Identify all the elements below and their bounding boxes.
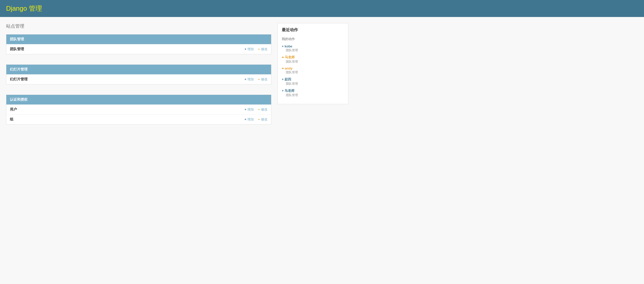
action-item-3: 赵四 团队管理: [282, 77, 344, 86]
action-name-0[interactable]: kobe: [282, 44, 344, 48]
user-row: 用户 增加 修改: [6, 104, 271, 114]
user-change-button[interactable]: 修改: [258, 107, 268, 112]
main-content: 站点管理 团队管理 团队管理 增加 修改 幻灯片管理 幻灯片管理 增加 修改: [6, 23, 271, 130]
module-auth-header: 认证和授权: [6, 95, 271, 104]
team-row: 团队管理 增加 修改: [6, 44, 271, 54]
recent-actions-panel: 最近动作 我的动作 kobe 团队管理 马老师 团队管理 andy 团队管理 赵…: [277, 23, 348, 104]
team-change-button[interactable]: 修改: [258, 47, 268, 51]
group-actions: 增加 修改: [245, 117, 268, 122]
action-name-2[interactable]: andy: [282, 66, 344, 70]
action-item-0: kobe 团队管理: [282, 44, 344, 52]
action-item-4: 马老师 团队管理: [282, 88, 344, 97]
page-title: 站点管理: [6, 23, 271, 29]
action-item-2: andy 团队管理: [282, 66, 344, 75]
action-category-0: 团队管理: [286, 48, 344, 52]
action-name-4[interactable]: 马老师: [282, 88, 344, 93]
group-add-button[interactable]: 增加: [245, 117, 254, 122]
site-title: Django 管理: [6, 4, 638, 13]
header: Django 管理: [0, 0, 644, 17]
slideshow-actions: 增加 修改: [245, 77, 268, 82]
module-slideshow: 幻灯片管理 幻灯片管理 增加 修改: [6, 64, 271, 84]
module-team: 团队管理 团队管理 增加 修改: [6, 34, 271, 54]
group-row: 组 增加 修改: [6, 114, 271, 124]
team-label: 团队管理: [10, 47, 245, 51]
action-name-3[interactable]: 赵四: [282, 77, 344, 82]
slideshow-change-button[interactable]: 修改: [258, 77, 268, 82]
sidebar: 最近动作 我的动作 kobe 团队管理 马老师 团队管理 andy 团队管理 赵…: [277, 23, 348, 130]
group-label: 组: [10, 117, 245, 122]
module-slideshow-header: 幻灯片管理: [6, 65, 271, 74]
recent-actions-title: 最近动作: [282, 27, 344, 33]
action-item-1: 马老师 团队管理: [282, 55, 344, 64]
module-team-header: 团队管理: [6, 34, 271, 44]
user-actions: 增加 修改: [245, 107, 268, 112]
action-category-2: 团队管理: [286, 70, 344, 75]
team-add-button[interactable]: 增加: [245, 47, 254, 51]
action-name-1[interactable]: 马老师: [282, 55, 344, 60]
group-change-button[interactable]: 修改: [258, 117, 268, 122]
user-label: 用户: [10, 107, 245, 112]
slideshow-add-button[interactable]: 增加: [245, 77, 254, 82]
action-category-4: 团队管理: [286, 93, 344, 97]
user-add-button[interactable]: 增加: [245, 107, 254, 112]
action-category-1: 团队管理: [286, 60, 344, 64]
team-actions: 增加 修改: [245, 47, 268, 51]
slideshow-label: 幻灯片管理: [10, 77, 245, 82]
my-actions-title: 我的动作: [282, 37, 344, 41]
module-auth: 认证和授权 用户 增加 修改 组 增加 修改: [6, 95, 271, 125]
slideshow-row: 幻灯片管理 增加 修改: [6, 74, 271, 84]
action-category-3: 团队管理: [286, 82, 344, 86]
